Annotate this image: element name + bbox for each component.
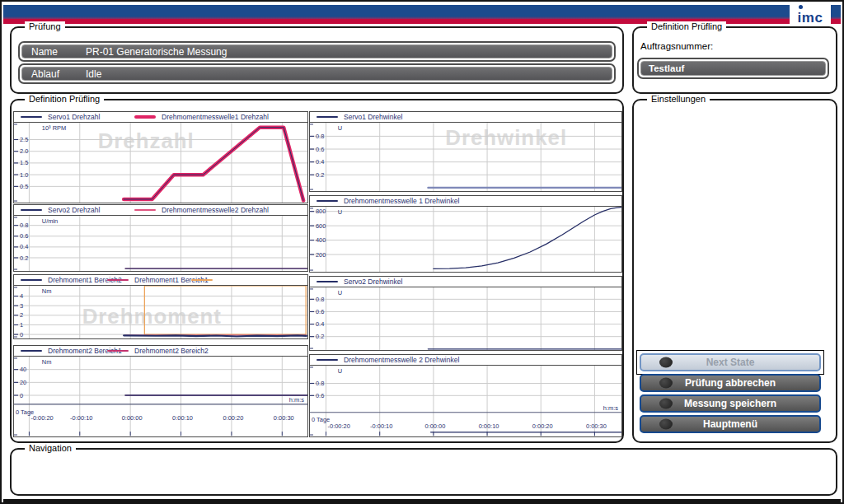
svg-text:4: 4 <box>20 292 23 300</box>
chart-panel-drehzahl-2: Servo2 DrehzahlDrehmomentmesswelle2 Dreh… <box>13 204 308 272</box>
legend-label: Servo1 Drehzahl <box>48 113 100 121</box>
drehwinkel-messwelle1-plot: 200400600800U <box>309 206 622 273</box>
svg-text:800: 800 <box>316 208 326 215</box>
svg-text:0.2: 0.2 <box>316 333 324 340</box>
svg-text:U: U <box>338 208 342 216</box>
chart-legend: Servo1 DrehzahlDrehmomentmesswelle1 Dreh… <box>13 111 308 123</box>
legend-item: Drehmoment2 Bereich2 <box>107 346 209 356</box>
chart-legend: Drehmomentmesswelle 2 Drehwinkel <box>309 354 622 366</box>
legend-label: Drehmomentmesswelle1 Drehzahl <box>162 113 269 121</box>
chart-legend: Servo2 Drehwinkel <box>309 276 622 287</box>
svg-text:1: 1 <box>20 321 23 329</box>
svg-text:0:00:30: 0:00:30 <box>586 422 607 430</box>
legend-item: Drehmomentmesswelle1 Drehzahl <box>134 112 269 122</box>
legend-item: Servo2 Drehwinkel <box>316 277 402 287</box>
svg-text:U: U <box>338 124 342 132</box>
svg-text:U: U <box>338 367 342 375</box>
drehmoment2-plot: 02040Nmh:m:s0 Tage-0:00:20-0:00:100:00:0… <box>13 356 308 437</box>
ablauf-field-value: Idle <box>86 68 612 80</box>
app-window: imc Prüfung Name PR-01 Generatorische Me… <box>0 0 844 504</box>
legend-item: Servo1 Drehzahl <box>21 112 100 122</box>
legend-label: Drehmomentmesswelle 2 Drehwinkel <box>344 356 459 364</box>
svg-text:0.8: 0.8 <box>316 380 324 387</box>
pruefung-group: Prüfung Name PR-01 Generatorische Messun… <box>10 26 624 94</box>
svg-text:0.6: 0.6 <box>316 146 324 153</box>
einstellungen-group-label: Einstellungen <box>647 94 710 104</box>
legend-swatch-icon <box>191 279 213 281</box>
svg-text:0:00:10: 0:00:10 <box>172 414 193 422</box>
name-field-value: PR-01 Generatorische Messung <box>86 46 612 58</box>
definition-pruefling-top-group-label: Definition Prüfling <box>647 21 726 31</box>
legend-swatch-icon <box>21 279 42 281</box>
legend-label: Servo1 Drehwinkel <box>344 113 402 121</box>
chart-panel-drehwinkel-messwelle2: Drehmomentmesswelle 2 Drehwinkel0.80.6Uh… <box>309 354 622 437</box>
svg-text:600: 600 <box>316 222 326 230</box>
button-led-icon <box>659 357 673 368</box>
brand-bar-blue <box>3 5 841 16</box>
button-led-icon <box>659 419 673 430</box>
svg-text:U: U <box>338 289 342 296</box>
einstellungen-group: Einstellungen Next State Prüfung abbrech… <box>632 99 837 443</box>
legend-swatch-icon <box>21 209 42 211</box>
name-display-inner: Name PR-01 Generatorische Messung <box>21 44 612 58</box>
drehwinkel-messwelle2-plot: 0.80.6Uh:m:s0 Tage-0:00:20-0:00:100:00:0… <box>309 365 622 437</box>
svg-text:0.2: 0.2 <box>20 254 28 262</box>
ablauf-display-inner: Ablauf Idle <box>21 67 612 81</box>
svg-text:2.5: 2.5 <box>20 136 28 143</box>
svg-text:-0:00:20: -0:00:20 <box>30 414 53 422</box>
svg-text:0.8: 0.8 <box>316 296 324 303</box>
charts-group-label: Definition Prüfling <box>25 94 104 104</box>
svg-text:h:m:s: h:m:s <box>289 396 305 404</box>
svg-text:0.4: 0.4 <box>20 244 28 251</box>
svg-text:2: 2 <box>20 311 23 319</box>
auftragsnummer-input[interactable]: Testlauf <box>637 58 829 79</box>
auftragsnummer-input-inner: Testlauf <box>640 61 826 76</box>
legend-swatch-icon <box>107 350 129 352</box>
svg-text:U/min: U/min <box>42 217 58 225</box>
definition-pruefling-charts-group: Definition Prüfling Servo1 DrehzahlDrehm… <box>10 99 624 443</box>
svg-text:0.6: 0.6 <box>20 232 28 240</box>
pruefung-abbrechen-button[interactable]: Prüfung abbrechen <box>640 374 821 392</box>
legend-swatch-icon <box>316 200 338 202</box>
svg-text:0:00:00: 0:00:00 <box>122 414 143 422</box>
chart-panel-drehmoment-2: Drehmoment2 Bereich1Drehmoment2 Bereich2… <box>13 345 308 437</box>
legend-label: Drehmoment2 Bereich2 <box>134 347 209 355</box>
legend-swatch-icon <box>316 116 338 118</box>
svg-text:h:m:s: h:m:s <box>603 404 619 412</box>
legend-item: Drehmomentmesswelle 1 Drehwinkel <box>316 196 459 206</box>
chart-legend: Servo1 Drehwinkel <box>309 111 622 123</box>
svg-text:0: 0 <box>20 331 23 338</box>
hauptmenue-button[interactable]: Hauptmenü <box>640 415 821 433</box>
chart-legend: Drehmoment2 Bereich1Drehmoment2 Bereich2 <box>13 345 308 357</box>
chart-legend: Drehmoment1 Bereich2Drehmoment1 Bereich1 <box>13 274 308 286</box>
legend-swatch-icon <box>107 279 129 281</box>
legend-label: Drehmomentmesswelle 1 Drehwinkel <box>344 197 459 205</box>
legend-swatch-icon <box>134 209 156 211</box>
chart-panel-drehwinkel-servo1: Servo1 DrehwinkelDrehwinkel0.20.40.60.8U <box>309 111 622 192</box>
chart-legend: Servo2 DrehzahlDrehmomentmesswelle2 Dreh… <box>13 204 308 216</box>
svg-text:0.4: 0.4 <box>316 158 324 166</box>
button-led-icon <box>659 399 673 409</box>
ablauf-field-label: Ablauf <box>22 68 86 80</box>
messung-speichern-button[interactable]: Messung speichern <box>640 394 821 413</box>
navigation-group-label: Navigation <box>25 443 76 453</box>
drehzahl2-plot: 0.20.40.60.8U/min <box>13 215 308 272</box>
legend-item: Servo1 Drehwinkel <box>316 112 402 122</box>
legend-item: Drehmomentmesswelle 2 Drehwinkel <box>316 355 459 365</box>
drehwinkel-servo2-plot: 0.20.40.60.8U <box>309 287 622 351</box>
svg-text:400: 400 <box>316 236 326 244</box>
legend-item: Drehmomentmesswelle2 Drehzahl <box>134 205 269 215</box>
imc-logo-text: imc <box>798 11 823 25</box>
auftragsnummer-value: Testlauf <box>641 63 825 73</box>
svg-text:200: 200 <box>316 251 326 259</box>
ablauf-display-field: Ablauf Idle <box>18 63 616 84</box>
svg-text:Drehwinkel: Drehwinkel <box>445 127 567 150</box>
svg-text:0.8: 0.8 <box>20 222 28 229</box>
svg-text:1.0: 1.0 <box>20 171 28 179</box>
next-state-button[interactable]: Next State <box>640 353 821 371</box>
svg-text:0:00:20: 0:00:20 <box>532 422 553 430</box>
drehzahl-plot: Drehzahl0.51.01.52.02.510³ RPM <box>13 122 308 203</box>
svg-text:Drehzahl: Drehzahl <box>98 129 195 152</box>
chart-panel-drehmoment-1: Drehmoment1 Bereich2Drehmoment1 Bereich1… <box>13 274 308 339</box>
name-field-label: Name <box>22 46 86 58</box>
